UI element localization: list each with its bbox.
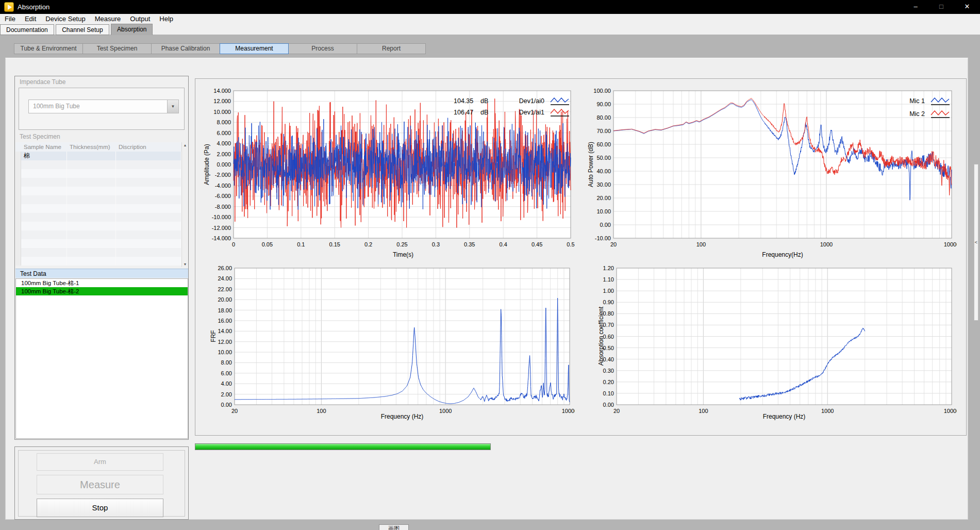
absorption-plot: 1.201.101.000.900.800.700.600.500.400.30… bbox=[598, 264, 957, 420]
svg-text:-10.00: -10.00 bbox=[595, 235, 611, 241]
sidebar-panel: Impendace Tube 100mm Big Tube ▼ Test Spe… bbox=[14, 76, 189, 440]
plot-style-icon[interactable] bbox=[930, 96, 951, 106]
close-button[interactable]: ✕ bbox=[954, 0, 980, 14]
absorption-chart: 1.201.101.000.900.800.700.600.500.400.30… bbox=[598, 264, 957, 420]
subtab-report[interactable]: Report bbox=[357, 43, 426, 54]
svg-text:-8.000: -8.000 bbox=[215, 204, 231, 210]
test-specimen-table: Sample Name Thickness(mm) Discription 棉 … bbox=[15, 142, 188, 267]
svg-text:0.5: 0.5 bbox=[567, 241, 574, 247]
frequency-axis-label: Frequency(Hz) bbox=[613, 251, 952, 258]
measure-button[interactable]: Measure bbox=[37, 475, 163, 494]
svg-text:30.00: 30.00 bbox=[596, 181, 611, 188]
absorption-axis-label: Absorption coefficient bbox=[597, 307, 605, 366]
svg-text:20: 20 bbox=[610, 241, 617, 247]
chevron-down-icon[interactable]: ▼ bbox=[167, 100, 178, 113]
subtab-test-specimen[interactable]: Test Specimen bbox=[82, 43, 152, 54]
svg-text:100.00: 100.00 bbox=[593, 88, 611, 94]
channel-name-ai1: Dev1/ai1 bbox=[494, 109, 550, 116]
frf-axis-label: FRF bbox=[210, 330, 217, 342]
scroll-down-icon[interactable]: ▼ bbox=[182, 262, 188, 266]
time-axis-label: Time(s) bbox=[235, 251, 572, 258]
plot-style-icon[interactable] bbox=[550, 107, 570, 118]
table-row[interactable] bbox=[15, 239, 181, 248]
svg-text:2.00: 2.00 bbox=[221, 391, 232, 397]
minimize-button[interactable]: – bbox=[903, 0, 928, 14]
table-scrollbar[interactable]: ▲ ▼ bbox=[181, 142, 188, 267]
list-item[interactable]: 100mm Big Tube-棉-1 bbox=[16, 279, 188, 287]
svg-text:0.00: 0.00 bbox=[600, 222, 611, 228]
table-row[interactable] bbox=[15, 213, 181, 222]
svg-text:20.00: 20.00 bbox=[596, 195, 611, 201]
svg-text:12.000: 12.000 bbox=[213, 98, 231, 104]
tab-documentation[interactable]: Documentation bbox=[0, 24, 54, 35]
cell-discription bbox=[116, 152, 181, 160]
table-row[interactable] bbox=[15, 248, 181, 257]
cell-sample-name: 棉 bbox=[21, 152, 67, 160]
main-tab-strip: Documentation Channel Setup Absorption bbox=[0, 24, 980, 35]
list-item-selected[interactable]: 100mm Big Tube-棉-2 bbox=[16, 287, 188, 295]
table-row[interactable] bbox=[15, 222, 181, 230]
impedance-tube-value: 100mm Big Tube bbox=[29, 100, 178, 113]
menu-item-edit[interactable]: Edit bbox=[20, 14, 41, 24]
menu-item-output[interactable]: Output bbox=[125, 14, 155, 24]
subtab-process[interactable]: Process bbox=[288, 43, 357, 54]
menu-item-file[interactable]: File bbox=[0, 14, 20, 24]
measurement-progress-bar bbox=[195, 443, 491, 450]
table-row[interactable] bbox=[15, 187, 181, 195]
svg-text:0.25: 0.25 bbox=[396, 241, 407, 247]
subtab-phase-calibration[interactable]: Phase Calibration bbox=[151, 43, 220, 54]
svg-text:0.90: 0.90 bbox=[603, 299, 614, 305]
auto-power-legend: Mic 1 Mic 2 bbox=[899, 96, 953, 119]
impedance-tube-dropdown[interactable]: 100mm Big Tube ▼ bbox=[28, 100, 179, 113]
svg-text:6.00: 6.00 bbox=[221, 370, 232, 376]
svg-text:26.00: 26.00 bbox=[218, 265, 232, 271]
bottom-tab-draw[interactable]: 画图 bbox=[379, 524, 409, 530]
svg-text:0.2: 0.2 bbox=[364, 241, 372, 247]
svg-text:2.000: 2.000 bbox=[217, 151, 231, 157]
scroll-up-icon[interactable]: ▲ bbox=[182, 143, 188, 147]
table-row[interactable] bbox=[15, 204, 181, 213]
svg-text:10.000: 10.000 bbox=[213, 109, 231, 115]
table-row[interactable] bbox=[15, 230, 181, 239]
menu-item-help[interactable]: Help bbox=[155, 14, 178, 24]
table-row[interactable] bbox=[15, 169, 181, 178]
panel-splitter[interactable]: < bbox=[974, 164, 978, 321]
test-specimen-label: Test Specimen bbox=[15, 132, 188, 141]
column-thickness: Thickness(mm) bbox=[67, 142, 116, 152]
table-row[interactable] bbox=[15, 160, 181, 169]
channel-name-ai0: Dev1/ai0 bbox=[494, 97, 550, 105]
control-buttons-panel: Arm Measure Stop bbox=[14, 446, 189, 520]
legend-mic1: Mic 1 bbox=[899, 97, 930, 105]
svg-text:4.00: 4.00 bbox=[221, 380, 232, 387]
run-arrow-icon bbox=[8, 5, 12, 10]
svg-text:24.00: 24.00 bbox=[218, 275, 232, 281]
stop-button[interactable]: Stop bbox=[37, 499, 163, 517]
test-specimen-header-row: Sample Name Thickness(mm) Discription bbox=[15, 142, 181, 152]
table-row[interactable] bbox=[15, 178, 181, 187]
menu-item-measure[interactable]: Measure bbox=[90, 14, 126, 24]
subtab-tube-environment[interactable]: Tube & Environment bbox=[14, 43, 83, 54]
svg-text:0.000: 0.000 bbox=[217, 161, 231, 168]
svg-text:20.00: 20.00 bbox=[218, 296, 232, 303]
column-discription: Discription bbox=[116, 142, 181, 152]
svg-text:50.00: 50.00 bbox=[596, 155, 611, 161]
maximize-button[interactable]: □ bbox=[928, 0, 954, 14]
svg-text:40.00: 40.00 bbox=[596, 168, 611, 174]
menu-item-device-setup[interactable]: Device Setup bbox=[41, 14, 90, 24]
test-data-label: Test Data bbox=[15, 269, 188, 278]
level-unit: dB bbox=[480, 109, 494, 116]
svg-text:16.00: 16.00 bbox=[218, 318, 232, 324]
table-row[interactable] bbox=[15, 257, 181, 266]
tab-absorption[interactable]: Absorption bbox=[111, 24, 153, 35]
svg-text:0.15: 0.15 bbox=[329, 241, 340, 247]
plot-style-icon[interactable] bbox=[550, 96, 570, 106]
arm-button[interactable]: Arm bbox=[37, 453, 163, 471]
svg-text:14.00: 14.00 bbox=[218, 328, 232, 334]
window-controls: – □ ✕ bbox=[903, 0, 980, 14]
table-row[interactable]: 棉 bbox=[15, 152, 181, 160]
plot-style-icon[interactable] bbox=[930, 109, 951, 119]
table-row[interactable] bbox=[15, 195, 181, 204]
svg-text:90.00: 90.00 bbox=[596, 101, 611, 107]
subtab-measurement[interactable]: Measurement bbox=[220, 43, 289, 54]
tab-channel-setup[interactable]: Channel Setup bbox=[56, 24, 109, 35]
